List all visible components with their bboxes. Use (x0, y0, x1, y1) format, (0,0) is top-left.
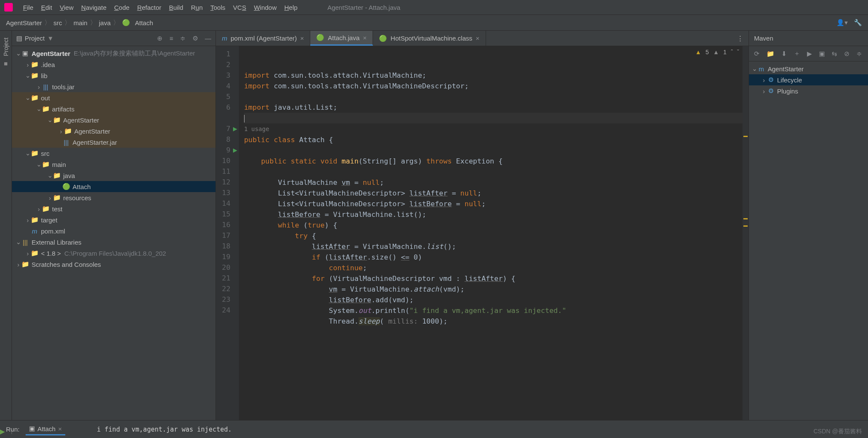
watermark: CSDN @番茄酱料 (813, 428, 862, 435)
menu-vcs[interactable]: VCS (233, 4, 246, 11)
reload-icon[interactable]: ⟳ (754, 50, 760, 58)
menu-build[interactable]: Build (169, 4, 183, 11)
project-tree[interactable]: ⌄▣AgentStarterE:\java内存对象搜索辅助工具\AgentSta… (12, 46, 216, 420)
project-view-icon: ▤ (16, 35, 22, 42)
generate-icon[interactable]: 📁 (766, 50, 775, 58)
error-stripe[interactable] (743, 46, 749, 420)
menu-run[interactable]: Run (191, 4, 203, 11)
maven-title: Maven (754, 35, 773, 42)
left-gutter: Project ■ (0, 31, 12, 420)
tab-attach[interactable]: 🟢Attach.java× (310, 31, 373, 46)
search-icon[interactable]: 🔧 (854, 19, 862, 26)
crumb[interactable]: AgentStarter (6, 19, 42, 26)
close-icon[interactable]: × (476, 35, 480, 42)
run-gutter-icon[interactable]: ▶ (233, 145, 237, 155)
crumb[interactable]: src (53, 19, 62, 26)
tab-hotspot[interactable]: 🟢HotSpotVirtualMachine.class× (373, 31, 486, 46)
tree-item-attach[interactable]: Attach (73, 183, 91, 190)
run-tool-window: Run: ▣Attach× ▶ ↑ i find a vm,agent.jar … (0, 420, 868, 438)
editor-tabs: mpom.xml (AgentStarter)× 🟢Attach.java× 🟢… (216, 31, 749, 46)
class-icon: 🟢 (122, 19, 130, 26)
gutter: 1234567 ▶89 ▶101112131415161718192021222… (216, 46, 239, 420)
crumb[interactable]: Attach (135, 19, 153, 26)
run-gutter-icon[interactable]: ▶ (233, 123, 237, 134)
navigation-bar: AgentStarter〉 src〉 main〉 java〉 🟢 Attach … (0, 15, 868, 31)
class-icon: 🟢 (62, 183, 70, 190)
collapse-icon[interactable]: ≑ (856, 50, 862, 58)
app-icon (4, 3, 13, 12)
tab-pom[interactable]: mpom.xml (AgentStarter)× (216, 31, 310, 46)
editor: mpom.xml (AgentStarter)× 🟢Attach.java× 🟢… (216, 31, 749, 420)
menu-navigate[interactable]: Navigate (81, 4, 106, 11)
breadcrumb: AgentStarter〉 src〉 main〉 java〉 🟢 Attach (6, 19, 153, 27)
exec-icon[interactable]: ▣ (819, 50, 825, 58)
close-icon[interactable]: × (300, 35, 304, 42)
add-icon[interactable]: ＋ (794, 50, 800, 58)
up-icon[interactable]: ↑ (10, 428, 14, 435)
maven-panel: Maven ⟳ 📁 ⬇ ＋ ▶ ▣ ⇆ ⊘ ≑ ⌄mAgentStarter ›… (749, 31, 868, 420)
run-icon[interactable]: ▶ (807, 50, 812, 58)
hide-icon[interactable]: — (205, 35, 211, 42)
menu-tools[interactable]: Tools (210, 4, 225, 11)
bookmark-icon[interactable]: ■ (4, 60, 8, 67)
project-panel: ▤ Project ▼ ⊕ ≡ ≑ ⚙ — ⌄▣AgentStarterE:\j… (12, 31, 216, 420)
user-icon[interactable]: 👤▾ (836, 19, 848, 26)
rerun-icon[interactable]: ▶ (0, 428, 5, 435)
crumb[interactable]: main (73, 19, 87, 26)
settings-icon[interactable]: ⚙ (192, 35, 198, 42)
maven-tree[interactable]: ⌄mAgentStarter ›⚙Lifecycle ›⚙Plugins (749, 61, 868, 420)
menu-refactor[interactable]: Refactor (137, 4, 161, 11)
skip-icon[interactable]: ⊘ (844, 50, 850, 58)
menu-view[interactable]: View (60, 4, 73, 11)
menu-file[interactable]: File (23, 4, 33, 11)
menu-window[interactable]: Window (254, 4, 277, 11)
window-title: AgentStarter - Attach.java (327, 4, 400, 11)
run-tab[interactable]: ▣Attach× (26, 423, 65, 435)
menu-edit[interactable]: Edit (41, 4, 52, 11)
toggle-icon[interactable]: ⇆ (832, 50, 837, 58)
code-content[interactable]: import com.sun.tools.attach.VirtualMachi… (239, 46, 743, 420)
run-output: i find a vm,agent.jar was injected. (97, 426, 232, 433)
panel-title: Project (25, 35, 45, 42)
menu-bar: File Edit View Navigate Code Refactor Bu… (0, 0, 868, 15)
locate-icon[interactable]: ⊕ (157, 35, 163, 42)
tabs-more-icon[interactable]: ⋮ (732, 31, 749, 46)
project-tool-button[interactable]: Project (3, 38, 9, 56)
close-icon[interactable]: × (58, 425, 62, 432)
tree-root[interactable]: AgentStarter (32, 50, 70, 57)
dropdown-icon[interactable]: ▼ (47, 35, 54, 42)
close-icon[interactable]: × (363, 34, 367, 41)
collapse-icon[interactable]: ≑ (180, 35, 186, 42)
expand-icon[interactable]: ≡ (169, 35, 173, 42)
menu-code[interactable]: Code (114, 4, 130, 11)
download-icon[interactable]: ⬇ (781, 50, 787, 58)
crumb[interactable]: java (99, 19, 111, 26)
menu-help[interactable]: Help (284, 4, 297, 11)
